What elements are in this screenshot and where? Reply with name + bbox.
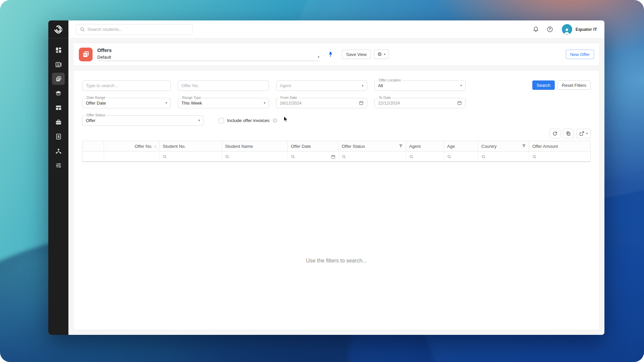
- filter-cell-age[interactable]: [444, 152, 478, 162]
- save-view-button[interactable]: Save View: [342, 50, 371, 59]
- agent-filter-input[interactable]: [280, 83, 362, 88]
- calendar-icon[interactable]: [359, 101, 364, 106]
- copy-button[interactable]: [563, 129, 574, 138]
- view-selector-value: Default: [97, 55, 111, 60]
- sort-desc-icon: ↓: [154, 144, 156, 148]
- filter-cell-agent[interactable]: [406, 152, 444, 162]
- filter-row-2: Date Range Offer Date ▾ Range Type This …: [82, 98, 591, 108]
- offer-status-value: Offer: [86, 118, 96, 123]
- keyword-filter[interactable]: [82, 80, 171, 91]
- global-search[interactable]: [76, 24, 193, 35]
- filter-row-3: Offer Status Offer ▾ Include offer invoi…: [82, 115, 591, 126]
- grid-toolbar: ▾: [82, 129, 591, 138]
- view-selector[interactable]: Default ▾: [97, 55, 319, 61]
- copy-icon: [566, 131, 571, 136]
- include-invoices-label: Include offer invoices: [227, 118, 270, 123]
- caret-down-icon: ▾: [318, 56, 319, 59]
- pin-icon: [328, 52, 333, 57]
- notifications-button[interactable]: [530, 24, 542, 35]
- sidebar-item-offers[interactable]: [52, 73, 65, 85]
- export-button[interactable]: ▾: [576, 129, 591, 138]
- calendar-icon[interactable]: [457, 101, 462, 106]
- filter-cell-offer-no[interactable]: [104, 152, 160, 162]
- date-range-label: Date Range: [85, 96, 107, 100]
- info-icon[interactable]: [273, 118, 277, 123]
- sidebar-item-dashboard[interactable]: [52, 44, 65, 56]
- filter-funnel-icon[interactable]: [399, 144, 403, 148]
- column-header-offer-no[interactable]: Offer No. ↓: [104, 141, 160, 151]
- contacts-icon: [55, 61, 62, 68]
- include-invoices-option: Include offer invoices: [219, 115, 277, 126]
- column-header-country[interactable]: Country: [478, 141, 529, 151]
- app-logo[interactable]: [48, 20, 68, 39]
- calendar-icon[interactable]: [331, 155, 335, 159]
- offer-location-select[interactable]: Offer Location All ▾: [374, 80, 466, 91]
- to-date-value: 22/12/2024: [378, 101, 400, 106]
- offers-icon: [55, 76, 62, 82]
- offer-no-filter[interactable]: [178, 80, 269, 91]
- dashboard-icon: [55, 47, 62, 53]
- column-header-agent[interactable]: Agent: [406, 141, 444, 151]
- pin-view-button[interactable]: [328, 52, 333, 57]
- sidebar-item-jobs[interactable]: [52, 116, 65, 128]
- to-date-field[interactable]: To Date 22/12/2024: [374, 98, 466, 108]
- empty-state-message: Use the filters to search...: [82, 162, 591, 264]
- briefcase-icon: [55, 119, 62, 125]
- caret-down-icon: ▾: [165, 102, 167, 105]
- user-menu[interactable]: Equator IT: [562, 24, 597, 35]
- filter-cell-offer-status[interactable]: [339, 152, 406, 162]
- table-filter-row: [83, 152, 590, 162]
- column-label: Offer Amount: [532, 144, 558, 149]
- table-header-row: Offer No. ↓ Student No. Student Name Off…: [83, 141, 590, 152]
- sidebar-item-invoices[interactable]: $: [52, 130, 65, 142]
- global-search-input[interactable]: [88, 27, 189, 32]
- column-header-offer-status[interactable]: Offer Status: [339, 141, 406, 151]
- sidebar-item-contacts[interactable]: [52, 58, 65, 70]
- refresh-button[interactable]: [549, 129, 560, 138]
- column-header-offer-amount[interactable]: Offer Amount: [529, 141, 590, 151]
- range-type-label: Range Type: [181, 96, 202, 100]
- svg-text:?: ?: [549, 27, 551, 31]
- reset-filters-button[interactable]: Reset Filters: [557, 80, 591, 90]
- filter-cell-offer-date[interactable]: [288, 152, 339, 162]
- search-button[interactable]: Search: [532, 80, 555, 90]
- agent-filter[interactable]: ▸: [276, 80, 367, 91]
- date-range-select[interactable]: Date Range Offer Date ▾: [82, 98, 171, 108]
- sidebar-item-agents[interactable]: [52, 145, 65, 157]
- view-settings-button[interactable]: ⚙ ▾: [374, 50, 389, 59]
- filter-cell-student-name[interactable]: [222, 152, 288, 162]
- page-title: Offers: [97, 48, 319, 53]
- keyword-filter-input[interactable]: [86, 83, 167, 88]
- sidebar: $: [48, 20, 68, 335]
- sidebar-item-programs[interactable]: [52, 102, 65, 114]
- from-date-label: From Date: [279, 96, 299, 100]
- search-icon: [80, 27, 85, 32]
- gear-icon: ⚙: [377, 52, 382, 57]
- sidebar-item-settings[interactable]: [52, 159, 65, 171]
- new-offer-button[interactable]: New Offer: [566, 50, 594, 59]
- page-header-card: Offers Default ▾ Save View: [73, 43, 600, 66]
- caret-down-icon: ▾: [264, 102, 265, 105]
- offer-no-filter-input[interactable]: [181, 83, 265, 88]
- filters-card: ▸ Offer Location All ▾ Search Reset Filt…: [73, 70, 600, 330]
- range-type-select[interactable]: Range Type This Week ▾: [178, 98, 269, 108]
- search-icon: [163, 155, 167, 159]
- column-header-offer-date[interactable]: Offer Date: [288, 141, 339, 151]
- topbar: ? Equator IT: [68, 20, 604, 39]
- column-header-student-no[interactable]: Student No.: [160, 141, 222, 151]
- column-header-student-name[interactable]: Student Name: [222, 141, 288, 151]
- sidebar-nav: $: [52, 39, 65, 171]
- from-date-field[interactable]: From Date 16/12/2024: [276, 98, 367, 108]
- sliders-icon: [55, 162, 62, 169]
- filter-funnel-icon[interactable]: [522, 144, 526, 148]
- filter-cell-student-no[interactable]: [160, 152, 222, 162]
- sidebar-item-education[interactable]: [52, 87, 65, 99]
- search-icon: [481, 155, 486, 159]
- user-name: Equator IT: [576, 27, 597, 32]
- help-button[interactable]: ?: [544, 24, 556, 35]
- offer-status-select[interactable]: Offer Status Offer ▾: [82, 115, 204, 126]
- include-invoices-checkbox[interactable]: [219, 118, 224, 123]
- column-header-age[interactable]: Age: [444, 141, 478, 151]
- filter-cell-offer-amount[interactable]: [529, 152, 590, 162]
- filter-cell-country[interactable]: [478, 152, 529, 162]
